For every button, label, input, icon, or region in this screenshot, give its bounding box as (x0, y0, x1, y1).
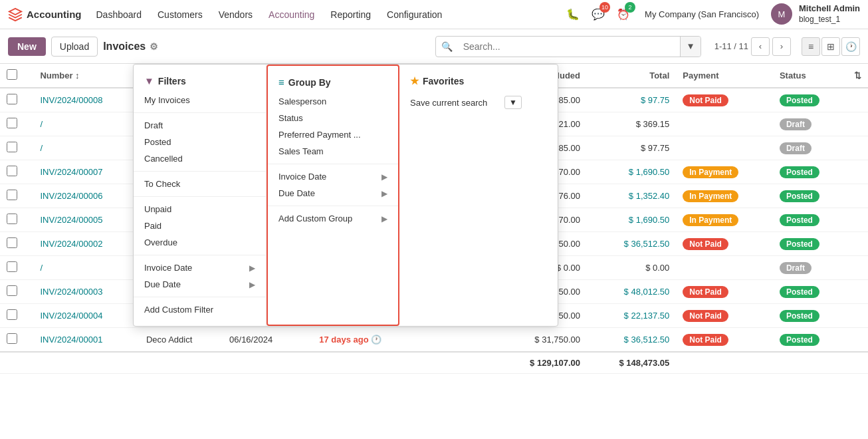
row-checkbox[interactable] (7, 166, 17, 176)
filter-due-date[interactable]: Due Date ▶ (134, 276, 266, 293)
groupby-add-custom[interactable]: Add Custom Group ▶ (268, 210, 398, 227)
invoice-number[interactable]: / (40, 263, 43, 273)
total-label-cell (0, 352, 478, 374)
favorites-title: ★ Favorites (399, 73, 532, 92)
row-checkbox[interactable] (7, 190, 17, 200)
nav-reporting[interactable]: Reporting (324, 7, 378, 23)
upload-button[interactable]: Upload (51, 37, 98, 57)
save-current-search-label: Save current search (410, 98, 487, 108)
row-action (847, 160, 868, 184)
total-cell: $ 369.15 (587, 112, 676, 136)
row-checkbox[interactable] (7, 309, 17, 320)
invoice-date-cell: 06/16/2024 (223, 328, 312, 353)
groupby-due-date[interactable]: Due Date ▶ (268, 185, 398, 202)
nav-configuration[interactable]: Configuration (380, 7, 449, 23)
user-info[interactable]: Mitchell Admin blog_test_1 (799, 3, 860, 25)
status-badge: Posted (780, 238, 819, 250)
status-cell: Draft (773, 136, 847, 160)
row-action (847, 280, 868, 304)
row-checkbox[interactable] (7, 214, 17, 224)
activity-icon[interactable]: ⏰ 2 (614, 5, 633, 23)
new-button[interactable]: New (8, 37, 46, 56)
search-input[interactable] (458, 41, 681, 52)
col-payment[interactable]: Payment (676, 64, 773, 88)
kanban-view-button[interactable]: ⊞ (821, 37, 840, 56)
prev-page-button[interactable]: ‹ (751, 37, 770, 56)
payment-badge: Not Paid (683, 238, 728, 250)
favorites-panel: ★ Favorites Save current search ▼ (399, 65, 532, 326)
status-badge: Posted (780, 286, 819, 298)
save-current-search-button[interactable]: Save current search ▼ (399, 92, 532, 112)
groupby-invoice-date[interactable]: Invoice Date ▶ (268, 168, 398, 185)
filter-add-custom[interactable]: Add Custom Filter (134, 301, 266, 318)
row-checkbox[interactable] (7, 142, 17, 152)
debug-icon[interactable]: 🐛 (564, 5, 582, 23)
row-checkbox[interactable] (7, 333, 17, 344)
favorites-title-text: Favorites (423, 76, 464, 86)
filter-my-invoices[interactable]: My Invoices (134, 92, 266, 108)
list-view-button[interactable]: ≡ (802, 37, 820, 56)
filter-divider-1 (134, 112, 266, 113)
invoice-number[interactable]: / (40, 143, 43, 153)
payment-cell: In Payment (676, 184, 773, 208)
payment-cell: Not Paid (676, 232, 773, 256)
filter-to-check[interactable]: To Check (134, 176, 266, 192)
nav-vendors[interactable]: Vendors (212, 7, 259, 23)
filters-title-text: Filters (158, 76, 186, 86)
row-checkbox[interactable] (7, 118, 17, 128)
clock-view-button[interactable]: 🕐 (841, 37, 860, 56)
invoice-number[interactable]: INV/2024/00005 (40, 215, 102, 225)
user-avatar[interactable]: M (771, 3, 792, 25)
invoice-number[interactable]: INV/2024/00003 (40, 287, 102, 297)
app-logo[interactable]: Accounting (8, 7, 82, 22)
invoice-number[interactable]: INV/2024/00001 (40, 335, 102, 345)
nav-accounting[interactable]: Accounting (262, 7, 321, 23)
settings-icon[interactable]: ⚙ (150, 41, 158, 52)
invoice-number[interactable]: INV/2024/00008 (40, 95, 102, 105)
invoice-number[interactable]: / (40, 119, 43, 129)
customer-cell: Deco Addict (140, 328, 223, 353)
next-page-button[interactable]: › (772, 37, 791, 56)
search-dropdown-button[interactable]: ▼ (680, 37, 700, 57)
status-cell: Posted (773, 328, 847, 353)
row-checkbox[interactable] (7, 285, 17, 296)
col-number[interactable]: Number ↕ (33, 64, 140, 88)
total-cell: $ 1,690.50 (587, 208, 676, 232)
groupby-sales-team[interactable]: Sales Team (268, 143, 398, 160)
messages-icon[interactable]: 💬 10 (589, 5, 607, 23)
nav-customers[interactable]: Customers (151, 7, 209, 23)
pagination-text: 1-11 / 11 (714, 41, 748, 51)
invoice-number[interactable]: INV/2024/00006 (40, 191, 102, 201)
total-cell: $ 48,012.50 (587, 280, 676, 304)
filter-invoice-date[interactable]: Invoice Date ▶ (134, 259, 266, 276)
filter-draft[interactable]: Draft (134, 117, 266, 134)
col-total[interactable]: Total (587, 64, 676, 88)
groupby-panel: ≡ Group By Salesperson Status Preferred … (267, 65, 399, 326)
groupby-preferred-payment[interactable]: Preferred Payment ... (268, 126, 398, 143)
filter-cancelled[interactable]: Cancelled (134, 150, 266, 167)
groupby-salesperson[interactable]: Salesperson (268, 93, 398, 110)
nav-dashboard[interactable]: Dashboard (90, 7, 149, 23)
filter-divider-4 (134, 255, 266, 255)
total-cell: $ 0.00 (587, 256, 676, 280)
invoice-number[interactable]: INV/2024/00007 (40, 167, 102, 177)
invoice-number[interactable]: INV/2024/00002 (40, 239, 102, 249)
row-checkbox[interactable] (7, 237, 17, 248)
groupby-status[interactable]: Status (268, 110, 398, 126)
message-badge: 10 (599, 2, 610, 13)
save-search-dropdown-arrow[interactable]: ▼ (504, 96, 522, 109)
filter-overdue[interactable]: Overdue (134, 234, 266, 251)
payment-badge: Not Paid (683, 286, 728, 298)
filter-unpaid[interactable]: Unpaid (134, 201, 266, 218)
company-selector[interactable]: My Company (San Francisco) (645, 9, 759, 19)
total-cell: $ 1,690.50 (587, 160, 676, 184)
invoice-number[interactable]: INV/2024/00004 (40, 311, 102, 321)
row-checkbox[interactable] (7, 94, 17, 104)
select-all-checkbox[interactable] (7, 69, 17, 80)
favorites-star-icon: ★ (410, 75, 419, 87)
filter-paid[interactable]: Paid (134, 218, 266, 234)
filter-divider-3 (134, 196, 266, 197)
filter-posted[interactable]: Posted (134, 134, 266, 150)
col-status[interactable]: Status (773, 64, 847, 88)
row-checkbox[interactable] (7, 261, 17, 272)
